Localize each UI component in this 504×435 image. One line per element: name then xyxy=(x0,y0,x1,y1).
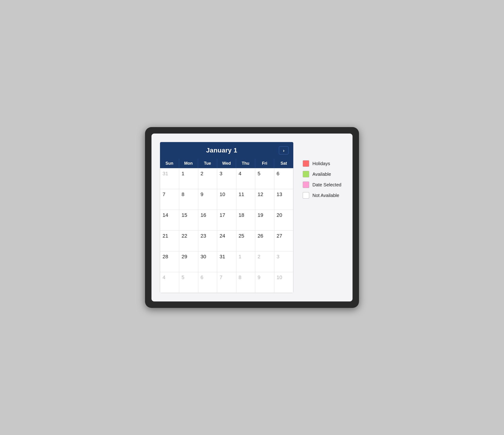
calendar-grid: 3112345678910111213141516171819202122232… xyxy=(160,168,293,293)
cell-number: 17 xyxy=(219,212,225,218)
calendar-cell[interactable]: 27 xyxy=(274,231,293,251)
cell-number: 3 xyxy=(219,171,222,177)
cell-number: 21 xyxy=(162,233,168,239)
calendar-cell[interactable]: 1 xyxy=(179,168,198,189)
legend-swatch xyxy=(303,192,309,199)
day-header-thu: Thu xyxy=(236,159,255,168)
cell-number: 19 xyxy=(258,212,263,218)
calendar-cell: 2 xyxy=(255,251,274,272)
calendar-days-header: Sun Mon Tue Wed Thu Fri Sat xyxy=(160,159,293,168)
calendar-cell[interactable]: 23 xyxy=(198,231,217,251)
cell-number: 7 xyxy=(219,274,222,281)
legend-label: Available xyxy=(312,172,331,177)
legend-swatch xyxy=(303,160,309,167)
legend-item: Available xyxy=(303,171,344,177)
legend-swatch xyxy=(303,181,309,188)
calendar-cell[interactable]: 22 xyxy=(179,231,198,251)
calendar-cell[interactable]: 10 xyxy=(217,189,236,210)
calendar-cell[interactable]: 17 xyxy=(217,210,236,231)
calendar-cell[interactable]: 24 xyxy=(217,231,236,251)
cell-number: 1 xyxy=(181,171,184,177)
legend-item: Not Available xyxy=(303,192,344,199)
day-header-sat: Sat xyxy=(274,159,293,168)
calendar-cell[interactable]: 16 xyxy=(198,210,217,231)
calendar-cell[interactable]: 19 xyxy=(255,210,274,231)
calendar-cell[interactable]: 6 xyxy=(274,168,293,189)
cell-number: 10 xyxy=(277,274,282,281)
cell-number: 24 xyxy=(219,233,225,239)
cell-number: 2 xyxy=(201,171,203,177)
calendar-cell[interactable]: 15 xyxy=(179,210,198,231)
cell-number: 25 xyxy=(239,233,244,239)
day-header-mon: Mon xyxy=(179,159,198,168)
cell-number: 7 xyxy=(162,191,165,198)
calendar-cell[interactable]: 26 xyxy=(255,231,274,251)
calendar-cell[interactable]: 14 xyxy=(160,210,179,231)
calendar-cell: 4 xyxy=(160,272,179,293)
day-header-wed: Wed xyxy=(217,159,236,168)
cell-number: 10 xyxy=(219,191,225,198)
legend-label: Date Selected xyxy=(312,182,342,188)
cell-number: 13 xyxy=(277,191,282,198)
cell-number: 30 xyxy=(201,254,206,260)
cell-number: 11 xyxy=(239,191,244,198)
cell-number: 18 xyxy=(239,212,244,218)
calendar-cell: 7 xyxy=(217,272,236,293)
cell-number: 9 xyxy=(201,191,203,198)
calendar-cell: 8 xyxy=(236,272,255,293)
calendar-cell[interactable]: 20 xyxy=(274,210,293,231)
calendar-cell[interactable]: 29 xyxy=(179,251,198,272)
cell-number: 6 xyxy=(277,171,279,177)
calendar-cell[interactable]: 5 xyxy=(255,168,274,189)
cell-number: 8 xyxy=(181,191,184,198)
legend-label: Not Available xyxy=(312,193,339,198)
cell-number: 16 xyxy=(201,212,206,218)
calendar-cell[interactable]: 25 xyxy=(236,231,255,251)
calendar-cell: 3 xyxy=(274,251,293,272)
cell-number: 20 xyxy=(277,212,282,218)
calendar-cell[interactable]: 18 xyxy=(236,210,255,231)
calendar-cell[interactable]: 3 xyxy=(217,168,236,189)
cell-number: 5 xyxy=(181,274,184,281)
cell-number: 31 xyxy=(162,171,168,177)
calendar-cell[interactable]: 28 xyxy=(160,251,179,272)
legend-item: Holidays xyxy=(303,160,344,167)
cell-number: 26 xyxy=(258,233,263,239)
calendar-cell[interactable]: 7 xyxy=(160,189,179,210)
calendar-cell[interactable]: 4 xyxy=(236,168,255,189)
cell-number: 22 xyxy=(181,233,187,239)
calendar-cell[interactable]: 21 xyxy=(160,231,179,251)
calendar-cell: 9 xyxy=(255,272,274,293)
calendar-cell[interactable]: 31 xyxy=(217,251,236,272)
calendar-cell[interactable]: 12 xyxy=(255,189,274,210)
calendar-cell: 5 xyxy=(179,272,198,293)
cell-number: 4 xyxy=(239,171,241,177)
device-frame: January 1 › Sun Mon Tue Wed Thu Fri Sat … xyxy=(145,127,359,308)
calendar-cell[interactable]: 30 xyxy=(198,251,217,272)
cell-number: 15 xyxy=(181,212,187,218)
legend: HolidaysAvailableDate SelectedNot Availa… xyxy=(303,160,344,199)
calendar-title: January 1 xyxy=(165,147,279,154)
cell-number: 28 xyxy=(162,254,168,260)
calendar-cell: 10 xyxy=(274,272,293,293)
day-header-tue: Tue xyxy=(198,159,217,168)
next-month-button[interactable]: › xyxy=(279,146,289,154)
calendar-cell[interactable]: 2 xyxy=(198,168,217,189)
day-header-fri: Fri xyxy=(255,159,274,168)
cell-number: 29 xyxy=(181,254,187,260)
calendar-cell[interactable]: 13 xyxy=(274,189,293,210)
calendar-cell[interactable]: 9 xyxy=(198,189,217,210)
cell-number: 23 xyxy=(201,233,206,239)
cell-number: 27 xyxy=(277,233,282,239)
calendar-cell: 31 xyxy=(160,168,179,189)
calendar-cell: 6 xyxy=(198,272,217,293)
calendar-wrapper: January 1 › Sun Mon Tue Wed Thu Fri Sat … xyxy=(160,142,294,293)
cell-number: 3 xyxy=(277,254,279,260)
legend-label: Holidays xyxy=(312,161,330,166)
cell-number: 14 xyxy=(162,212,168,218)
calendar-cell[interactable]: 11 xyxy=(236,189,255,210)
calendar-cell[interactable]: 8 xyxy=(179,189,198,210)
cell-number: 31 xyxy=(219,254,225,260)
day-header-sun: Sun xyxy=(160,159,179,168)
cell-number: 12 xyxy=(258,191,263,198)
